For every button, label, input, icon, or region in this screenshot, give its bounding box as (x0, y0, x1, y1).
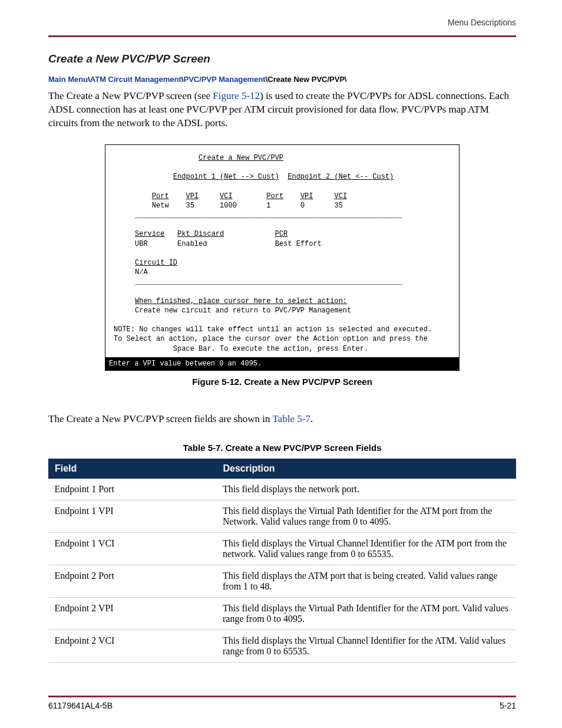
fields-table: Field Description Endpoint 1 Port This f… (48, 459, 516, 663)
pkt-discard-label: Pkt Discard (177, 230, 224, 238)
post-fig-a: The Create a New PVC/PVP screen fields a… (48, 413, 273, 424)
service-val: UBR (135, 240, 148, 248)
breadcrumb-seg-2[interactable]: ATM Circuit Management (90, 75, 181, 84)
footer-right: 5-21 (500, 701, 516, 710)
pcr-val: Best Effort (275, 240, 322, 248)
table-row: Endpoint 1 Port This field displays the … (49, 478, 516, 500)
header-right-label: Menu Descriptions (48, 18, 516, 27)
footer-left: 61179641AL4-5B (48, 701, 113, 710)
e1-vci: 1000 (220, 202, 237, 210)
e2-vci: 35 (335, 202, 343, 210)
breadcrumb: Main Menu\ATM Circuit Management\PVC/PVP… (48, 75, 516, 84)
breadcrumb-seg-1[interactable]: Main Menu (48, 75, 88, 84)
table-row: Endpoint 1 VCI This field displays the V… (49, 532, 516, 565)
cell-field: Endpoint 1 VCI (49, 532, 217, 565)
cell-desc: This field displays the Virtual Channel … (217, 630, 516, 662)
col-vpi-1: VPI (186, 192, 199, 200)
post-fig-b: . (310, 413, 313, 424)
table-row: Endpoint 2 VCI This field displays the V… (49, 630, 516, 662)
circuit-id-label: Circuit ID (135, 259, 177, 267)
post-figure-paragraph: The Create a New PVC/PVP screen fields a… (48, 413, 516, 426)
pkt-discard-val: Enabled (177, 240, 207, 248)
figure-reference[interactable]: Figure 5-12 (213, 90, 260, 101)
cell-desc: This field displays the Virtual Path Ide… (217, 500, 516, 532)
header-rule (48, 35, 516, 37)
page-footer: 61179641AL4-5B 5-21 (48, 696, 516, 710)
terminal-body: Create a New PVC/PVP Endpoint 1 (Net -->… (105, 145, 459, 357)
e2-port: 1 (266, 202, 270, 210)
col-vci-2: VCI (335, 192, 348, 200)
breadcrumb-seg-3[interactable]: PVC/PVP Management (183, 75, 265, 84)
cell-field: Endpoint 2 VCI (49, 630, 217, 662)
note-line-1: NOTE: No changes will take effect until … (114, 325, 432, 334)
cell-field: Endpoint 1 VPI (49, 500, 217, 532)
intro-text-a: The Create a New PVC/PVP screen (see (48, 90, 213, 101)
cell-desc: This field displays the ATM port that is… (217, 565, 516, 597)
terminal-status-bar: Enter a VPI value between 0 an 4095. (105, 357, 459, 370)
col-vpi-2: VPI (300, 192, 313, 200)
cell-field: Endpoint 2 VPI (49, 597, 217, 630)
cell-desc: This field displays the Virtual Channel … (217, 532, 516, 565)
cell-field: Endpoint 1 Port (49, 478, 217, 500)
col-port-2: Port (266, 192, 283, 200)
action-prompt: When finished, place cursor here to sele… (135, 297, 347, 305)
figure-caption: Figure 5-12. Create a New PVC/PVP Screen (48, 377, 516, 387)
col-port-1: Port (152, 192, 169, 200)
e2-vpi: 0 (300, 202, 305, 210)
breadcrumb-tail: Create New PVC/PVP\ (267, 75, 346, 84)
action-line: Create new circuit and return to PVC/PVP… (135, 307, 351, 315)
circuit-id-val: N/A (135, 268, 148, 276)
table-reference[interactable]: Table 5-7 (273, 413, 310, 424)
section-title: Create a New PVC/PVP Screen (48, 52, 516, 65)
terminal-screen: Create a New PVC/PVP Endpoint 1 (Net -->… (105, 144, 459, 371)
table-row: Endpoint 1 VPI This field displays the V… (49, 500, 516, 532)
e1-port: Netw (152, 202, 169, 210)
endpoint2-header: Endpoint 2 (Net <-- Cust) (287, 173, 394, 181)
th-desc: Description (217, 459, 516, 478)
term-title: Create a New PVC/PVP (199, 154, 283, 162)
cell-desc: This field displays the network port. (217, 478, 516, 500)
note-line-2: To Select an action, place the cursor ov… (114, 335, 428, 343)
cell-field: Endpoint 2 Port (49, 565, 217, 597)
service-label: Service (135, 230, 164, 238)
pcr-label: PCR (275, 230, 288, 238)
col-vci-1: VCI (220, 192, 233, 200)
endpoint1-header: Endpoint 1 (Net --> Cust) (173, 173, 279, 181)
note-line-3: Space Bar. To execute the action, press … (173, 345, 368, 353)
intro-paragraph: The Create a New PVC/PVP screen (see Fig… (48, 90, 516, 130)
page: Menu Descriptions Create a New PVC/PVP S… (0, 0, 562, 728)
th-field: Field (49, 459, 217, 478)
table-caption: Table 5-7. Create a New PVC/PVP Screen F… (48, 443, 516, 453)
table-row: Endpoint 2 Port This field displays the … (49, 565, 516, 597)
e1-vpi: 35 (186, 202, 194, 210)
table-row: Endpoint 2 VPI This field displays the V… (49, 597, 516, 630)
cell-desc: This field displays the Virtual Path Ide… (217, 597, 516, 630)
footer-rule (48, 696, 516, 697)
